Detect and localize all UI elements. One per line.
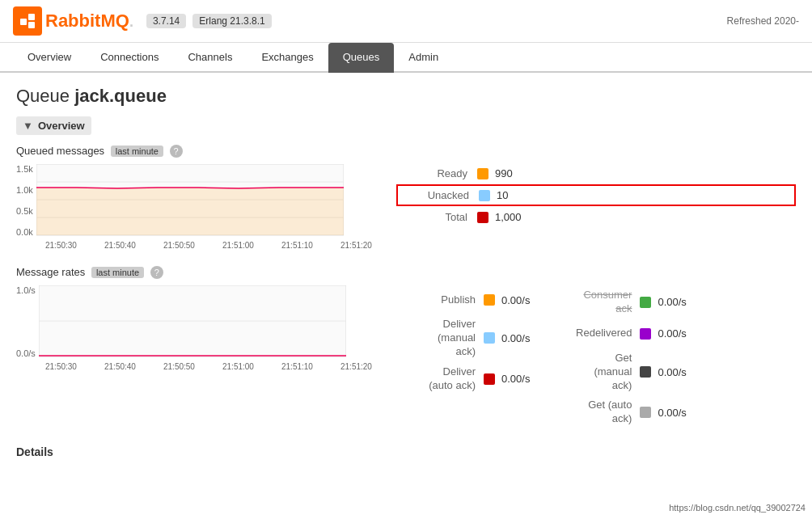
rates-badge: last minute <box>91 267 144 278</box>
get-auto-label: Get (auto ack) <box>559 399 632 426</box>
deliver-manual-dot <box>484 332 495 344</box>
consumer-ack-label: Consumer ack <box>559 289 632 316</box>
stats-row-unacked: Unacked 10 <box>396 184 796 206</box>
nav-exchanges[interactable]: Exchanges <box>247 43 328 73</box>
deliver-auto-value: 0.00/s <box>501 373 530 385</box>
top-bar: RabbitMQ. 3.7.14 Erlang 21.3.8.1 Refresh… <box>0 0 812 43</box>
section-title: Overview <box>38 120 85 132</box>
publish-value: 0.00/s <box>501 294 530 306</box>
rate-row-get-manual: Get (manual ack) 0.00/s <box>552 348 692 396</box>
deliver-manual-label: Deliver (manual ack) <box>403 318 476 359</box>
svg-rect-0 <box>20 19 27 25</box>
rates-chart-svg <box>39 285 372 361</box>
logo-text: RabbitMQ. <box>45 11 133 32</box>
chart-wrapper: 1.5k 1.0k 0.5k 0.0k <box>16 164 372 239</box>
redelivered-dot <box>640 328 651 340</box>
unacked-label: Unacked <box>404 189 469 201</box>
page-title: Queue jack.queue <box>16 86 796 107</box>
queued-messages-section: Queued messages last minute ? 1.5k 1.0k … <box>16 145 796 250</box>
overview-section-header[interactable]: ▼ Overview <box>16 116 91 135</box>
nav-channels[interactable]: Channels <box>173 43 247 73</box>
publish-label: Publish <box>403 293 476 307</box>
rates-stats: Publish 0.00/s Deliver (manual ack) 0.00… <box>396 285 693 429</box>
queued-messages-title: Queued messages last minute ? <box>16 145 796 158</box>
ready-value: 990 <box>495 167 513 179</box>
get-manual-label: Get (manual ack) <box>559 352 632 393</box>
get-manual-value: 0.00/s <box>658 366 686 378</box>
rates-chart-container: 1.0/s 0.0/s 21:50:30 21:50:40 <box>16 285 372 371</box>
content-area: Queue jack.queue ▼ Overview Queued messa… <box>0 73 812 471</box>
main-nav: Overview Connections Channels Exchanges … <box>0 43 812 73</box>
stats-row-ready: Ready 990 <box>396 164 796 183</box>
publish-dot <box>484 294 495 306</box>
rates-chart-wrapper: 1.0/s 0.0/s <box>16 285 372 361</box>
rates-y-labels: 1.0/s 0.0/s <box>16 285 36 358</box>
nav-queues[interactable]: Queues <box>328 43 395 73</box>
version-badge: 3.7.14 <box>146 14 186 28</box>
logo-icon <box>13 6 42 36</box>
rate-row-consumer-ack: Consumer ack 0.00/s <box>552 285 692 319</box>
queued-chart-container: 1.5k 1.0k 0.5k 0.0k <box>16 164 372 250</box>
queued-x-labels: 21:50:30 21:50:40 21:50:50 21:51:00 21:5… <box>16 241 372 250</box>
get-auto-value: 0.00/s <box>658 407 686 419</box>
rate-row-deliver-auto: Deliver (auto ack) 0.00/s <box>396 362 536 396</box>
rates-left-col: Publish 0.00/s Deliver (manual ack) 0.00… <box>396 285 536 429</box>
message-rates-title: Message rates last minute ? <box>16 266 796 279</box>
erlang-badge: Erlang 21.3.8.1 <box>192 14 271 28</box>
queued-help-icon[interactable]: ? <box>170 145 183 158</box>
deliver-auto-label: Deliver (auto ack) <box>403 365 476 393</box>
redelivered-value: 0.00/s <box>658 327 686 340</box>
rate-row-redelivered: Redelivered 0.00/s <box>552 319 692 348</box>
rates-help-icon[interactable]: ? <box>150 266 163 279</box>
consumer-ack-dot <box>640 297 651 308</box>
rates-x-labels: 21:50:30 21:50:40 21:50:50 21:51:00 21:5… <box>16 362 372 371</box>
queued-stats-table: Ready 990 Unacked 10 Total 1,000 <box>396 164 796 228</box>
rate-row-get-auto: Get (auto ack) 0.00/s <box>552 395 692 429</box>
ready-label: Ready <box>403 167 467 179</box>
chart-y-labels: 1.5k 1.0k 0.5k 0.0k <box>16 164 33 237</box>
ready-dot <box>477 168 488 179</box>
total-label: Total <box>403 211 467 223</box>
rates-chart-stats-row: 1.0/s 0.0/s 21:50:30 21:50:40 <box>16 285 796 429</box>
deliver-auto-dot <box>484 373 495 385</box>
svg-rect-1 <box>28 14 35 20</box>
details-title: Details <box>16 445 796 458</box>
queued-chart-svg <box>36 164 372 239</box>
deliver-manual-value: 0.00/s <box>501 332 530 344</box>
nav-connections[interactable]: Connections <box>86 43 173 73</box>
get-manual-dot <box>640 366 651 378</box>
consumer-ack-value: 0.00/s <box>658 296 686 308</box>
rate-row-publish: Publish 0.00/s <box>396 285 536 314</box>
collapse-arrow-icon: ▼ <box>23 120 33 132</box>
rates-right-col: Consumer ack 0.00/s Redelivered 0.00/s G… <box>552 285 692 429</box>
nav-admin[interactable]: Admin <box>394 43 453 73</box>
message-rates-section: Message rates last minute ? 1.0/s 0.0/s <box>16 266 796 429</box>
unacked-dot <box>479 190 490 201</box>
svg-marker-7 <box>36 188 344 235</box>
nav-overview[interactable]: Overview <box>13 43 86 73</box>
unacked-value: 10 <box>497 189 508 201</box>
queued-chart-stats-row: 1.5k 1.0k 0.5k 0.0k <box>16 164 796 250</box>
redelivered-label: Redelivered <box>559 327 632 340</box>
refreshed-text: Refreshed 2020- <box>727 15 799 27</box>
total-dot <box>477 212 488 223</box>
svg-rect-2 <box>28 22 35 28</box>
queued-badge: last minute <box>111 146 163 157</box>
rate-row-deliver-manual: Deliver (manual ack) 0.00/s <box>396 314 536 362</box>
stats-row-total: Total 1,000 <box>396 208 796 226</box>
get-auto-dot <box>640 407 651 418</box>
logo: RabbitMQ. <box>13 6 133 36</box>
total-value: 1,000 <box>495 211 522 223</box>
